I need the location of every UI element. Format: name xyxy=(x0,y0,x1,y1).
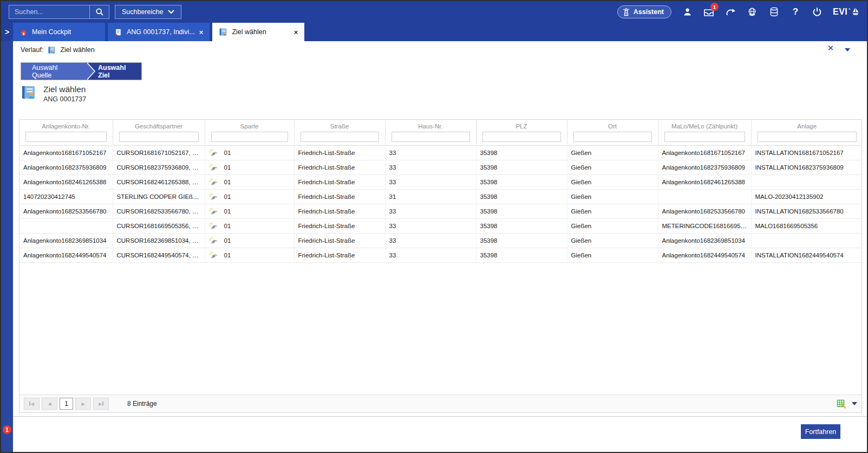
table-row[interactable]: Anlagenkonto1682449540574 CURSOR16824495… xyxy=(19,248,863,263)
plug-icon xyxy=(209,178,217,186)
tab-ziel-waehlen[interactable]: Ziel wählen × xyxy=(212,23,304,41)
top-bar: Suchbereiche Assistent 1 xyxy=(1,1,867,23)
filter-input-plz[interactable] xyxy=(482,132,561,142)
logout-button[interactable] xyxy=(811,6,823,18)
cell-hausnr: 33 xyxy=(389,179,396,185)
search-input[interactable] xyxy=(9,5,89,18)
plug-icon xyxy=(209,149,217,157)
cell-anlage: INSTALLATION1682375936809 xyxy=(755,164,844,171)
history-current-item[interactable]: Ziel wählen xyxy=(60,46,94,54)
table-row[interactable]: Anlagenkonto1682375936809 CURSOR16823759… xyxy=(19,160,863,175)
cell-malo: Anlagenkonto1682449540574 xyxy=(662,252,745,258)
wizard-steps: Auswahl Quelle Auswahl Ziel xyxy=(21,62,142,80)
global-search xyxy=(9,5,109,19)
cell-sparte: 01 xyxy=(224,237,231,244)
tab-label: Ziel wählen xyxy=(232,28,266,36)
filter-input-strasse[interactable] xyxy=(301,132,379,142)
export-menu-caret-icon[interactable] xyxy=(852,402,857,405)
cell-malo: METERINGCODE1681669505... xyxy=(662,223,752,229)
cell-plz: 35398 xyxy=(480,193,498,200)
table-row[interactable]: Anlagenkonto1682461265388 CURSOR16824612… xyxy=(19,175,863,190)
cell-malo: Anlagenkonto1682375936809 xyxy=(662,164,745,171)
user-button[interactable] xyxy=(681,6,693,18)
redo-button[interactable] xyxy=(725,6,736,18)
filter-input-sparte[interactable] xyxy=(211,132,288,142)
view-menu-caret-icon[interactable] xyxy=(845,48,850,51)
filter-input-geschaeftspartner[interactable] xyxy=(119,132,199,142)
table-export-icon[interactable] xyxy=(837,399,847,409)
step-auswahl-quelle[interactable]: Auswahl Quelle xyxy=(21,63,87,80)
plug-icon xyxy=(209,251,217,260)
tab-label: Mein Cockpit xyxy=(32,28,71,36)
cell-anlagenkonto: Anlagenkonto1682375936809 xyxy=(23,164,106,171)
tab-ang-0001737[interactable]: ANG 0001737, Indivi... × xyxy=(108,23,210,41)
cell-plz: 35398 xyxy=(480,237,498,244)
filter-input-ort[interactable] xyxy=(573,132,652,142)
close-view-icon[interactable]: × xyxy=(828,43,833,53)
collapsed-side-panel[interactable]: 1 xyxy=(1,41,13,453)
plug-icon xyxy=(209,237,217,245)
table-row[interactable]: Anlagenkonto1682369851034 CURSOR16823698… xyxy=(19,234,863,248)
expand-panel-chevron[interactable]: > xyxy=(1,23,13,41)
cell-anlagenkonto: Anlagenkonto1682533566780 xyxy=(23,208,106,215)
help-button[interactable]: ? xyxy=(789,6,801,18)
inbox-button[interactable]: 1 xyxy=(703,6,715,18)
tab-close-icon[interactable]: × xyxy=(199,28,204,36)
table-row[interactable]: 140720230412745 STERLING COOPER GIEßEN 0… xyxy=(19,190,863,204)
tab-mein-cockpit[interactable]: Mein Cockpit xyxy=(13,23,105,41)
cell-strasse: Friedrich-List-Straße xyxy=(298,179,355,185)
filter-input-malo[interactable] xyxy=(664,132,745,142)
cell-geschaeftspartner: STERLING COOPER GIEßEN xyxy=(117,193,202,200)
tab-label: ANG 0001737, Indivi... xyxy=(127,28,195,36)
help-icon: ? xyxy=(793,7,798,17)
prev-page-icon: ◀ xyxy=(48,402,51,406)
user-icon xyxy=(683,8,692,16)
filter-input-hausnr[interactable] xyxy=(391,132,470,142)
plug-icon xyxy=(209,164,217,172)
table-row[interactable]: Anlagenkonto1681671052167 CURSOR16816710… xyxy=(19,146,863,160)
tab-close-icon[interactable]: × xyxy=(294,28,298,36)
column-header: Geschäftspartner xyxy=(115,123,203,130)
last-page-button[interactable]: ▶ xyxy=(93,398,109,410)
database-button[interactable] xyxy=(768,6,780,18)
assistant-button[interactable]: Assistent xyxy=(617,5,671,18)
footer-divider xyxy=(13,416,868,417)
history-label: Verlauf: xyxy=(21,46,43,54)
search-scopes-button[interactable]: Suchbereiche xyxy=(115,5,181,19)
filter-input-anlagenkonto[interactable] xyxy=(25,132,107,142)
next-page-button[interactable]: ▶ xyxy=(75,398,91,410)
brand-logo: EVI° xyxy=(833,7,859,17)
first-page-icon: ◀ xyxy=(31,402,34,406)
cell-anlage: INSTALLATION1681671052167 xyxy=(755,150,844,156)
result-table-card: Anlagenkonto-Nr. Geschäftspartner Sparte… xyxy=(19,119,862,413)
plug-icon xyxy=(209,193,217,201)
column-header: MaLo/MeLo (Zählpunkt) xyxy=(661,123,749,130)
filter-input-anlage[interactable] xyxy=(758,132,857,142)
cell-geschaeftspartner: CURSOR1682461265388, EVI xyxy=(117,179,203,185)
home-icon xyxy=(19,28,28,36)
globe-headset-icon xyxy=(747,7,757,17)
cell-sparte: 01 xyxy=(224,179,231,185)
cell-geschaeftspartner: CURSOR1681669505356, EVI xyxy=(117,223,203,229)
cell-geschaeftspartner: CURSOR1681671052167, SOFIE xyxy=(117,150,205,156)
sailboat-icon xyxy=(852,7,859,16)
inbox-badge: 1 xyxy=(710,3,719,11)
prev-page-button[interactable]: ◀ xyxy=(42,398,57,410)
first-page-button[interactable]: ◀ xyxy=(24,398,40,410)
continue-button[interactable]: Fortfahren xyxy=(801,424,840,439)
current-page-button[interactable]: 1 xyxy=(60,398,73,410)
cell-sparte: 01 xyxy=(224,150,231,156)
cell-anlage: INSTALLATION1682533566780 xyxy=(755,208,844,215)
app-window: Suchbereiche Assistent 1 xyxy=(0,0,868,453)
table-row[interactable]: Anlagenkonto1682533566780 CURSOR16825335… xyxy=(19,204,863,219)
cell-anlagenkonto: 140720230412745 xyxy=(23,193,75,200)
cell-ort: Gießen xyxy=(571,193,592,200)
support-button[interactable] xyxy=(746,6,758,18)
cell-plz: 35398 xyxy=(480,179,498,185)
page-title: Ziel wählen xyxy=(43,85,86,94)
content-area: Verlauf: Ziel wählen × Auswahl Quelle Au… xyxy=(13,41,868,453)
cell-ort: Gießen xyxy=(571,150,592,156)
table-row[interactable]: CURSOR1681669505356, EVI 01 Friedrich-Li… xyxy=(19,219,863,234)
search-button[interactable] xyxy=(89,5,109,18)
brand-mark: ° xyxy=(849,8,851,12)
